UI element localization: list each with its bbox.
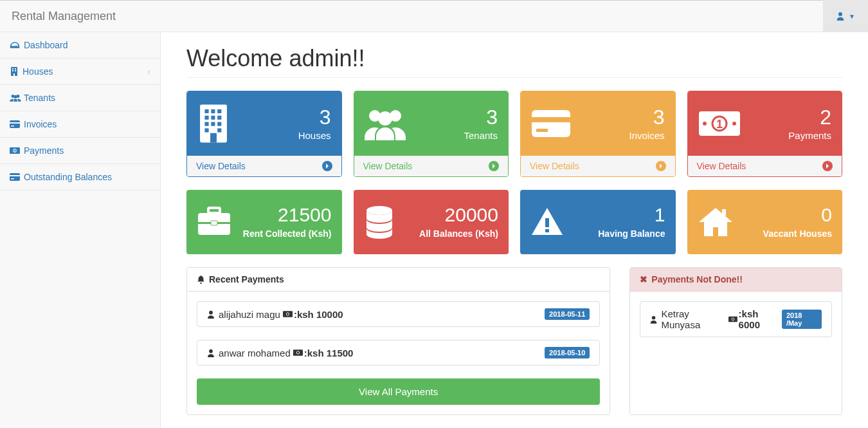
payment-amount: :ksh 11500	[304, 348, 354, 358]
user-menu-dropdown[interactable]: ▼	[823, 0, 868, 32]
stats-row-2: 21500 Rent Collected (Ksh) 20000 All Bal…	[186, 190, 842, 254]
payer-name: alijahuzi magu	[219, 309, 280, 320]
overdue-amount: :ksh 6000	[739, 308, 779, 330]
stat-label: Tenants	[464, 130, 498, 141]
svg-rect-22	[204, 116, 208, 120]
close-icon: ✖	[640, 274, 647, 284]
panels-row: Recent Payments alijahuzi magu :ksh 1000…	[186, 267, 842, 415]
period-badge: 2018 /May	[782, 310, 822, 329]
brand-title: Rental Management	[12, 10, 116, 23]
nav-tenants[interactable]: Tenants	[0, 85, 160, 111]
card-houses: 3 Houses View Details	[186, 91, 342, 177]
svg-rect-58	[728, 317, 737, 322]
svg-rect-5	[14, 73, 15, 76]
stat-number: 21500	[243, 205, 332, 225]
stat-label: Rent Collected (Ksh)	[243, 228, 332, 239]
payments-not-done-panel: ✖ Payments Not Done!! Ketray Munyasa :ks…	[629, 267, 842, 415]
svg-rect-28	[204, 128, 208, 132]
svg-rect-49	[211, 221, 217, 225]
user-icon	[207, 310, 215, 319]
nav-dashboard[interactable]: Dashboard	[0, 32, 160, 59]
caret-down-icon: ▼	[849, 13, 855, 20]
svg-rect-9	[10, 120, 20, 128]
view-details-link[interactable]: View Details	[521, 156, 675, 176]
nav-label: Tenants	[24, 93, 55, 103]
svg-point-43	[703, 122, 707, 126]
users-icon	[365, 107, 406, 140]
svg-text:1: 1	[716, 118, 722, 131]
card-rent-collected: 21500 Rent Collected (Ksh)	[186, 190, 342, 254]
payment-row: alijahuzi magu :ksh 10000 2018-05-11	[197, 301, 600, 327]
nav-balances[interactable]: Outstanding Balances	[0, 164, 160, 191]
link-text: View Details	[196, 161, 246, 171]
database-icon	[364, 205, 395, 239]
stat-number: 20000	[419, 205, 498, 225]
svg-point-34	[378, 111, 392, 126]
briefcase-icon	[197, 207, 231, 237]
view-all-payments-button[interactable]: View All Payments	[197, 378, 600, 405]
nav-label: Payments	[24, 145, 64, 156]
stat-label: Houses	[298, 130, 331, 141]
nav-label: Dashboard	[24, 40, 68, 50]
nav-payments[interactable]: 1 Payments	[0, 138, 160, 164]
svg-rect-27	[217, 122, 221, 126]
link-text: View Details	[530, 161, 579, 171]
user-icon	[207, 349, 215, 357]
bell-icon	[197, 275, 205, 284]
money-icon: 1	[10, 147, 20, 154]
svg-rect-1	[12, 68, 14, 70]
svg-rect-19	[204, 109, 208, 113]
credit-card-icon	[10, 120, 20, 128]
svg-rect-10	[10, 122, 20, 124]
svg-rect-25	[204, 122, 208, 126]
svg-rect-4	[15, 70, 16, 71]
sidebar: Dashboard Houses ‹ Tenants Invoices 1 Pa…	[0, 32, 161, 428]
svg-rect-23	[211, 116, 215, 120]
building-icon	[197, 103, 230, 144]
view-details-link[interactable]: View Details	[688, 156, 842, 176]
arrow-circle-right-icon	[656, 161, 666, 171]
svg-rect-2	[15, 68, 16, 70]
svg-rect-52	[545, 229, 549, 232]
svg-rect-54	[283, 311, 293, 317]
svg-rect-38	[536, 129, 548, 132]
view-details-link[interactable]: View Details	[354, 156, 509, 176]
svg-rect-17	[11, 178, 14, 180]
svg-point-8	[14, 95, 17, 98]
money-icon	[293, 349, 303, 356]
svg-rect-36	[532, 110, 570, 137]
payment-row: anwar mohamed :ksh 11500 2018-05-10	[197, 340, 600, 366]
stat-label: All Balances (Ksh)	[419, 228, 498, 239]
card-having-balance: 1 Having Balance	[520, 190, 676, 254]
nav-label: Houses	[23, 66, 53, 77]
recent-payments-panel: Recent Payments alijahuzi magu :ksh 1000…	[186, 267, 610, 415]
divider	[186, 77, 842, 78]
arrow-circle-right-icon	[489, 161, 499, 171]
credit-card-icon	[10, 173, 20, 181]
svg-rect-3	[12, 70, 14, 71]
stat-number: 3	[629, 107, 664, 127]
page-title: Welcome admin!!	[186, 45, 842, 72]
payer-name: anwar mohamed	[219, 348, 291, 358]
nav-label: Invoices	[24, 119, 57, 129]
user-icon	[836, 12, 845, 21]
arrow-circle-right-icon	[322, 161, 332, 171]
warning-icon	[530, 207, 564, 237]
card-payments: 1 2 Payments View Details	[687, 91, 843, 177]
svg-rect-29	[217, 128, 221, 132]
user-icon	[650, 315, 657, 324]
svg-rect-16	[10, 175, 20, 176]
card-invoices: 3 Invoices View Details	[520, 91, 676, 177]
panel-title: Recent Payments	[187, 268, 610, 292]
nav-houses[interactable]: Houses ‹	[0, 59, 160, 85]
users-icon	[10, 93, 21, 102]
svg-rect-15	[10, 173, 20, 181]
stat-number: 3	[464, 107, 498, 127]
payment-date-badge: 2018-05-10	[545, 347, 590, 358]
view-details-link[interactable]: View Details	[187, 156, 341, 176]
stat-number: 1	[598, 205, 665, 225]
card-vacant-houses: 0 Vaccant Houses	[687, 190, 843, 254]
nav-invoices[interactable]: Invoices	[0, 111, 160, 138]
svg-rect-21	[217, 109, 221, 113]
arrow-circle-right-icon	[822, 161, 833, 171]
